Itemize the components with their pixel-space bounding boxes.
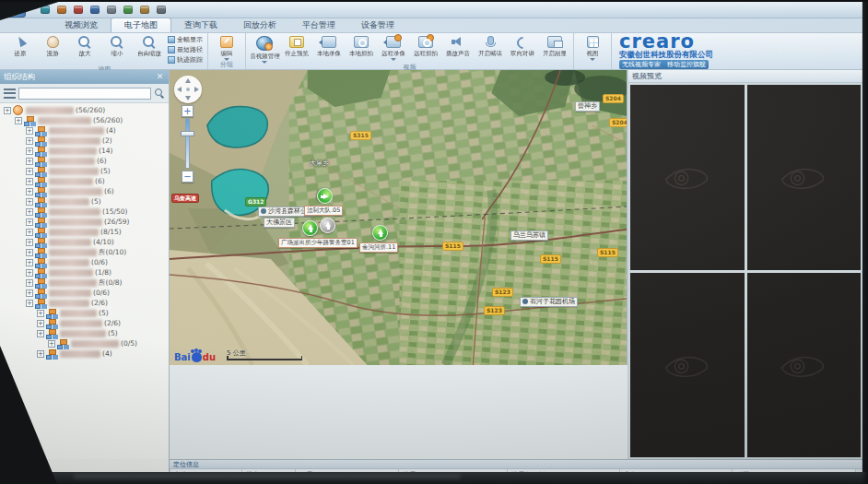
- tree-item[interactable]: +(5): [0, 166, 169, 176]
- expand-icon[interactable]: +: [37, 350, 44, 358]
- expand-icon[interactable]: +: [26, 279, 33, 287]
- mic-button[interactable]: 开启喊话: [475, 34, 506, 58]
- edit-button[interactable]: 编辑: [211, 34, 242, 61]
- remote-snapshot-button[interactable]: 远程抓拍: [410, 34, 441, 58]
- gallery-button[interactable]: [138, 5, 150, 16]
- tree-item[interactable]: +(6): [0, 186, 169, 196]
- tree-item[interactable]: +(2): [0, 136, 169, 146]
- stop-preview-button[interactable]: 停止预览: [281, 34, 312, 58]
- tree-item[interactable]: +所(0/8): [0, 277, 169, 288]
- tree-item[interactable]: +(4): [0, 125, 169, 136]
- video-tile[interactable]: [747, 85, 862, 270]
- free-zoom-button[interactable]: 自由缩放: [134, 34, 165, 58]
- tree-item[interactable]: +(6): [0, 176, 169, 186]
- tree-item[interactable]: +(1/8): [0, 267, 169, 277]
- camera-button[interactable]: [55, 5, 67, 16]
- map-button[interactable]: [122, 5, 134, 16]
- search-input[interactable]: [18, 88, 151, 100]
- expand-icon[interactable]: +: [26, 127, 33, 135]
- expand-icon[interactable]: +: [26, 289, 33, 297]
- tree-item[interactable]: +(5): [0, 328, 169, 338]
- tab-回放分析[interactable]: 回放分析: [230, 18, 289, 32]
- tree-item[interactable]: +(15/50): [0, 207, 169, 217]
- expand-icon[interactable]: +: [26, 148, 33, 155]
- expand-icon[interactable]: +: [26, 208, 33, 216]
- cursor-button[interactable]: 还原: [5, 34, 36, 58]
- track-button[interactable]: 轨迹跟踪: [168, 55, 203, 65]
- expand-icon[interactable]: +: [37, 310, 44, 317]
- expand-icon[interactable]: +: [26, 300, 33, 307]
- video-tile[interactable]: [747, 273, 862, 458]
- tree-item[interactable]: +(5): [0, 196, 169, 207]
- fit-view-button[interactable]: 全幅显示: [168, 35, 203, 44]
- expand-icon[interactable]: +: [26, 178, 33, 185]
- video-tile[interactable]: [630, 273, 745, 458]
- intercom-button[interactable]: 双向对讲: [507, 34, 538, 58]
- vehicle-marker[interactable]: [302, 220, 318, 236]
- tree-item[interactable]: +(6): [0, 156, 169, 166]
- expand-icon[interactable]: +: [26, 158, 33, 165]
- tab-平台管理[interactable]: 平台管理: [289, 18, 348, 32]
- tab-设备管理[interactable]: 设备管理: [348, 18, 407, 32]
- expand-icon[interactable]: +: [26, 259, 33, 266]
- tree-item[interactable]: +(56/260): [0, 115, 169, 125]
- expand-icon[interactable]: +: [4, 107, 11, 114]
- tree-item[interactable]: +(4): [0, 348, 169, 359]
- search-icon[interactable]: [154, 88, 165, 99]
- settings-button[interactable]: [155, 5, 167, 16]
- tree-item[interactable]: +(8/15): [0, 227, 169, 237]
- tree-item[interactable]: +(26/59): [0, 217, 169, 227]
- expand-icon[interactable]: +: [26, 218, 33, 226]
- expand-icon[interactable]: +: [26, 269, 33, 277]
- tab-查询下载[interactable]: 查询下载: [171, 18, 230, 32]
- expand-icon[interactable]: +: [37, 320, 44, 327]
- expand-icon[interactable]: +: [15, 117, 22, 124]
- remote-record-button[interactable]: 远程录像: [378, 34, 409, 61]
- map-pan-control[interactable]: [174, 76, 202, 103]
- pan-hand-button[interactable]: 漫游: [37, 34, 68, 58]
- tree-item[interactable]: +(5): [0, 308, 169, 318]
- local-record-button[interactable]: 本地录像: [313, 34, 345, 58]
- tree-item[interactable]: +(56/260): [0, 105, 169, 115]
- close-icon[interactable]: ✕: [155, 72, 165, 82]
- zoom-out-button[interactable]: −: [182, 171, 194, 183]
- map-viewport[interactable]: + − S315S204S204S115S115S115S123S123G312…: [170, 70, 628, 365]
- zoom-slider-thumb[interactable]: [181, 131, 194, 136]
- zoom-in-button[interactable]: +: [182, 105, 194, 117]
- av-manage-button[interactable]: 音视频管理: [249, 34, 280, 64]
- expand-icon[interactable]: +: [26, 198, 33, 206]
- tree-item[interactable]: +(4/10): [0, 237, 169, 247]
- vehicle-marker[interactable]: [372, 225, 388, 241]
- people-button[interactable]: [105, 5, 117, 16]
- vehicle-marker[interactable]: [320, 218, 335, 233]
- tree-item[interactable]: +(0/6): [0, 288, 169, 298]
- audio-play-button[interactable]: 播放声音: [442, 34, 474, 58]
- vehicle-marker[interactable]: [317, 188, 333, 204]
- org-panel-header[interactable]: 组织结构 ✕: [0, 70, 169, 84]
- tree-item[interactable]: +(2/6): [0, 318, 169, 328]
- secondary-display-button[interactable]: 开启副显: [539, 34, 570, 58]
- local-snapshot-button[interactable]: 本地抓拍: [346, 34, 377, 58]
- tree-item[interactable]: +(14): [0, 146, 169, 156]
- zoom-slider-track[interactable]: [185, 118, 190, 169]
- video-tile[interactable]: [630, 85, 745, 270]
- expand-icon[interactable]: +: [26, 249, 33, 256]
- tab-电子地图[interactable]: 电子地图: [111, 18, 171, 32]
- expand-icon[interactable]: +: [37, 330, 44, 337]
- expand-icon[interactable]: +: [48, 340, 55, 348]
- tree-item[interactable]: +(2/6): [0, 298, 169, 308]
- expand-icon[interactable]: +: [26, 188, 33, 195]
- shortest-path-button[interactable]: 最短路径: [168, 45, 203, 54]
- tree-item[interactable]: +(0/5): [0, 338, 169, 348]
- tree-item[interactable]: +(0/6): [0, 257, 169, 267]
- zoom-in-button[interactable]: 放大: [69, 34, 100, 58]
- zoom-out-button[interactable]: 缩小: [101, 34, 133, 58]
- org-button[interactable]: [88, 5, 100, 16]
- expand-icon[interactable]: +: [26, 168, 33, 175]
- expand-icon[interactable]: +: [26, 137, 33, 145]
- expand-icon[interactable]: +: [26, 229, 33, 236]
- tab-视频浏览[interactable]: 视频浏览: [52, 18, 111, 32]
- expand-icon[interactable]: +: [26, 239, 33, 246]
- view-button[interactable]: 视图: [577, 34, 608, 61]
- menu-icon[interactable]: [4, 89, 16, 99]
